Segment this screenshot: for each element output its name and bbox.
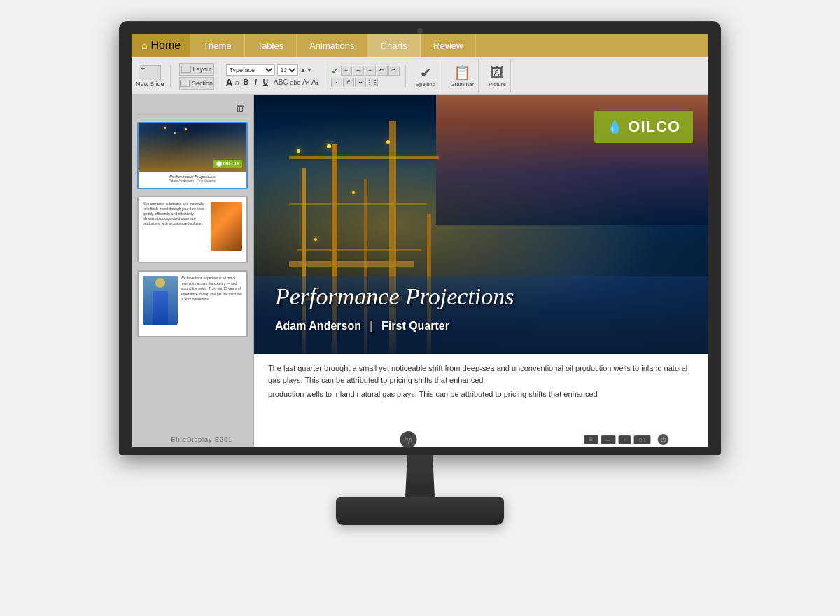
delete-bar: 🗑 [137,101,248,115]
font-size-select[interactable]: 11 [277,64,298,76]
picture-label: Picture [489,81,506,88]
slide-panel: 🗑 ⬤ OILCO [132,95,254,447]
oilco-company-name: OILCO [628,118,680,136]
oilco-drop-icon: 💧 [607,119,622,134]
slide3-text: We have local expertise at all major res… [181,276,242,302]
home-label: Home [150,39,181,52]
slide1-text: Performance Projections Adam Anderson | … [139,172,246,185]
underline-button[interactable]: U [261,78,270,87]
bold-button[interactable]: B [241,78,251,87]
ribbon-menu: ⌂ Home Theme Tables Animations Charts Re… [132,34,708,57]
content-area: 🗑 ⬤ OILCO [132,95,708,447]
subtitle-divider: | [370,318,373,333]
body-text-second-line: production wells to inland natural gas p… [268,388,694,400]
toolbar: New Slide Layout Section [132,57,708,95]
delete-icon[interactable]: 🗑 [235,102,245,113]
tables-tab[interactable]: Tables [245,34,298,57]
layout-button[interactable]: Layout [179,63,214,76]
spelling-group: ✔ Spelling [412,59,440,92]
rig-lights-sim [160,127,188,148]
list-bullet-button[interactable]: • [331,78,342,88]
power-button[interactable]: ⏻ [657,434,668,445]
monitor: ⌂ Home Theme Tables Animations Charts Re… [119,21,721,595]
font-size-small: a [235,78,239,87]
slide1-subtitle: Adam Anderson | First Quarter [141,178,244,183]
new-slide-area: New Slide [136,65,171,88]
slide2-inner: Non-corrosive substrates and materials h… [139,197,246,263]
monitor-brand-label: EliteDisplay E201 [172,436,233,443]
monitor-body: ⌂ Home Theme Tables Animations Charts Re… [119,21,721,455]
slide-body-text: The last quarter brought a small yet not… [254,354,708,409]
camera-dot [417,28,423,34]
charts-tab[interactable]: Charts [368,34,421,57]
picture-icon: 🖼 [490,65,504,81]
font-name-row: Typeface 11 ▲▼ [226,64,319,76]
screen: ⌂ Home Theme Tables Animations Charts Re… [132,34,708,447]
monitor-ctrl-menu[interactable]: ⊞ [584,435,598,444]
slide-author: Adam Anderson [275,320,361,332]
font-superscript: A₂ [312,78,319,86]
picture-group: 🖼 Picture [484,59,511,92]
para-bottom-row: • # ↔ ⋮⋮ [331,78,400,88]
align-center-button[interactable]: ≡ [353,66,364,76]
monitor-controls: ⊞ — + OK ⏻ [584,434,668,445]
section-row: Section [179,77,214,90]
list-number-button[interactable]: # [343,78,354,88]
slide2-image [211,202,242,251]
slide1-bg: ⬤ OILCO [139,123,246,172]
animations-tab[interactable]: Animations [297,34,368,57]
grammar-icon: 📋 [454,64,471,81]
grammar-group: 📋 Grammar [446,59,479,92]
monitor-ctrl-plus[interactable]: + [618,435,631,444]
align-right-button[interactable]: ≡ [365,66,376,76]
italic-button[interactable]: I [253,78,259,87]
font-name-select[interactable]: Typeface [226,64,275,76]
body-text-content: The last quarter brought a small yet not… [268,363,694,386]
monitor-stand-neck [399,455,441,497]
spelling-icon: ✔ [420,64,432,81]
hp-logo: hp [400,431,416,448]
home-icon: ⌂ [141,40,147,51]
slide-main-subtitle: Adam Anderson | First Quarter [275,318,687,333]
slide3-text-area: We have local expertise at all major res… [181,276,242,335]
para-align-buttons: ≡ ≡ ≡ ⇐ ⇒ [341,66,400,76]
slide3-inner: We have local expertise at all major res… [139,272,246,337]
para-top-row: ✓ ≡ ≡ ≡ ⇐ ⇒ [331,65,400,76]
font-size-large: A [226,77,233,88]
slide-main-title: Performance Projections [275,284,687,310]
monitor-stand-base [336,497,504,525]
main-slide-canvas[interactable]: 💧 OILCO Performance Projections Adam And… [254,95,708,447]
font-size-arrows: ▲▼ [300,66,313,74]
oilco-logo-box: 💧 OILCO [594,111,693,143]
font-style-row: A a B I U ABC abc A² A₂ [226,77,319,88]
text-direction-button[interactable]: ↔ [355,78,366,88]
spelling-label: Spelling [416,81,435,88]
layout-row: Layout [179,63,214,76]
new-slide-label: New Slide [136,80,164,88]
slide-thumbnail-2[interactable]: Non-corrosive substrates and materials h… [137,196,248,263]
slide-thumbnail-3[interactable]: We have local expertise at all major res… [137,270,248,337]
section-button[interactable]: Section [179,77,214,90]
align-left-button[interactable]: ≡ [341,66,352,76]
font-subscript: A² [302,78,309,86]
slide-thumbnail-1[interactable]: ⬤ OILCO Performance Projections Adam And… [137,122,248,189]
para-list-buttons: • # ↔ ⋮⋮ [331,78,378,88]
new-slide-button[interactable] [139,65,161,80]
checkmark-icon: ✓ [331,65,340,76]
main-slide: 💧 OILCO Performance Projections Adam And… [254,95,708,447]
theme-tab[interactable]: Theme [190,34,244,57]
columns-button[interactable]: ⋮⋮ [367,78,378,88]
slide2-text: Non-corrosive substrates and materials h… [143,202,208,226]
slide-period: First Quarter [382,320,449,332]
font-case-abc: ABC [274,78,288,86]
monitor-bottom-bar: EliteDisplay E201 hp ⊞ — + OK ⏻ [164,431,676,448]
monitor-ctrl-minus[interactable]: — [601,435,615,444]
review-tab[interactable]: Review [421,34,477,57]
indent-decrease-button[interactable]: ⇐ [377,66,388,76]
grammar-label: Grammar [450,81,474,88]
font-area: Typeface 11 ▲▼ A a B I U ABC [226,64,326,88]
paragraph-area: ✓ ≡ ≡ ≡ ⇐ ⇒ • # ↔ [331,65,406,88]
home-tab[interactable]: ⌂ Home [132,34,190,57]
indent-increase-button[interactable]: ⇒ [388,66,400,76]
monitor-ctrl-ok[interactable]: OK [634,435,650,444]
